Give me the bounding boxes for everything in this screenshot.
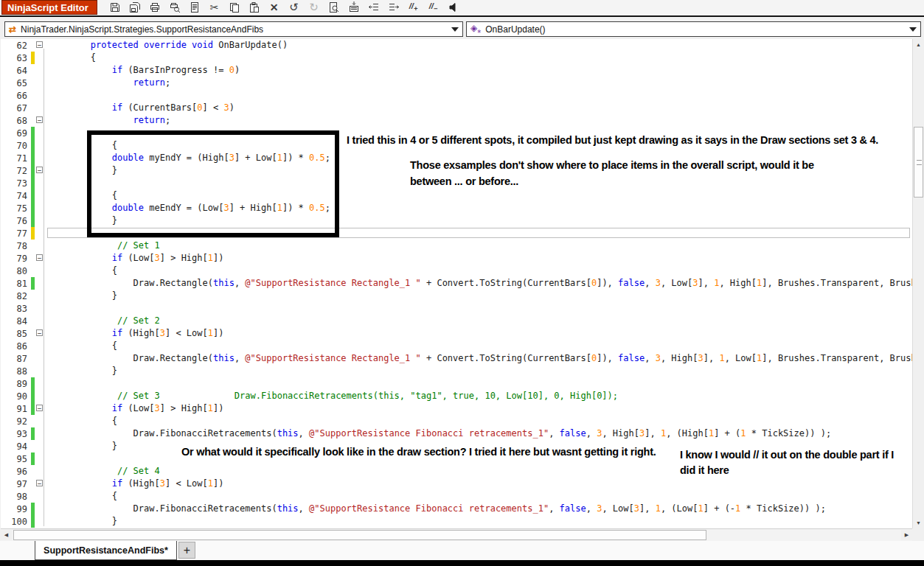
fold-collapse-marker[interactable] — [35, 478, 45, 490]
page-setup-icon[interactable] — [184, 1, 204, 15]
code-line: 93 Draw.FibonacciRetracements(this, @"Su… — [1, 427, 912, 440]
cut-icon[interactable]: ✂ — [204, 1, 224, 15]
code-text: return; — [48, 77, 170, 89]
fold-margin — [35, 89, 45, 102]
annotation-note-4: I know I would // it out on the double p… — [680, 447, 923, 478]
fold-margin — [35, 377, 45, 390]
line-number: 93 — [1, 429, 27, 439]
code-line: 100 } — [1, 515, 912, 528]
fold-margin — [35, 352, 45, 365]
save-icon[interactable] — [105, 1, 125, 15]
indent-icon[interactable] — [383, 1, 403, 15]
scroll-right-button[interactable]: ▶ — [901, 530, 912, 540]
undo-icon[interactable]: ↺ — [284, 1, 304, 15]
horizontal-scrollbar-thumb[interactable] — [13, 530, 706, 540]
line-number: 91 — [1, 404, 27, 414]
code-line: 62 protected override void OnBarUpdate() — [1, 39, 912, 52]
code-line: 88 } — [1, 365, 912, 377]
fold-margin — [35, 302, 45, 315]
line-number: 72 — [1, 166, 27, 176]
mute-icon[interactable] — [443, 1, 463, 15]
fold-margin — [35, 214, 45, 227]
code-line: 99 Draw.FibonacciRetracements(this, @"Su… — [1, 503, 912, 515]
fold-margin — [35, 189, 45, 202]
line-number: 99 — [1, 504, 27, 514]
method-dropdown[interactable]: ◈⁎ OnBarUpdate() — [466, 21, 921, 37]
line-number: 78 — [1, 241, 27, 251]
chevron-down-icon[interactable] — [451, 27, 459, 32]
fold-margin — [35, 503, 45, 515]
code-text: { — [48, 415, 117, 427]
code-text: // Set 3 Draw.FibonacciRetracements(this… — [48, 390, 618, 402]
annotation-rectangle — [87, 130, 339, 237]
line-number: 96 — [1, 467, 27, 477]
new-tab-button[interactable]: + — [178, 542, 195, 559]
fold-collapse-marker[interactable] — [35, 402, 45, 415]
find-icon[interactable] — [324, 1, 344, 15]
line-number: 74 — [1, 191, 27, 201]
scroll-left-button[interactable]: ◀ — [1, 530, 12, 540]
uncomment-icon[interactable]: //− — [423, 1, 443, 15]
line-number: 98 — [1, 492, 27, 502]
code-text: Draw.FibonacciRetracements(this, @"Suppo… — [48, 503, 826, 515]
line-number: 83 — [1, 304, 27, 314]
chevron-down-icon[interactable] — [909, 27, 917, 32]
ninjascript-editor-window: NinjaScript Editor ✂✕↺↻//+//− ⇄ NinjaTra… — [0, 0, 924, 566]
code-line: 90 // Set 3 Draw.FibonacciRetracements(t… — [1, 390, 912, 402]
annotation-note-2: Those exsamples don't show where to plac… — [410, 157, 860, 189]
fold-margin — [35, 52, 45, 64]
code-text: if (Low[3] > High[1]) — [48, 252, 223, 265]
code-line: 98 { — [1, 490, 912, 503]
window-title: NinjaScript Editor — [1, 0, 97, 15]
title-bar: NinjaScript Editor ✂✕↺↻//+//− — [0, 0, 924, 17]
code-line: 67 if (CurrentBars[0] < 3) — [1, 102, 912, 114]
fold-collapse-marker[interactable] — [35, 327, 45, 340]
code-line: 89 — [1, 377, 912, 390]
fold-margin — [35, 340, 45, 352]
code-line: 78 // Set 1 — [1, 240, 912, 252]
outdent-icon[interactable] — [364, 1, 383, 15]
code-text: return; — [48, 114, 170, 127]
line-number: 100 — [1, 517, 27, 527]
fold-margin — [35, 315, 45, 327]
code-line: 85 if (High[3] < Low[1]) — [1, 327, 912, 340]
scrollbar-corner — [912, 528, 923, 541]
print-icon[interactable] — [145, 1, 164, 15]
fold-margin — [35, 390, 45, 402]
compile-icon[interactable] — [344, 1, 364, 15]
comment-icon[interactable]: //+ — [403, 1, 423, 15]
horizontal-scrollbar[interactable]: ◀ ▶ — [1, 528, 912, 541]
save-all-icon[interactable] — [125, 1, 145, 15]
window-bottom-edge — [0, 560, 924, 566]
code-line: 66 — [1, 89, 912, 102]
method-dropdown-value: OnBarUpdate() — [485, 24, 545, 35]
line-number: 73 — [1, 178, 27, 189]
class-dropdown[interactable]: ⇄ NinjaTrader.NinjaScript.Strategies.Sup… — [4, 21, 463, 37]
scroll-down-button[interactable]: ▼ — [913, 517, 924, 528]
fold-collapse-marker[interactable] — [35, 39, 45, 52]
scroll-up-button[interactable]: ▲ — [913, 39, 924, 50]
copy-icon[interactable] — [224, 1, 244, 15]
fold-collapse-marker[interactable] — [35, 252, 45, 265]
line-number: 66 — [1, 91, 27, 101]
fold-collapse-marker[interactable] — [35, 114, 45, 127]
code-line: 83 — [1, 302, 912, 315]
code-line: 97 if (High[3] < Low[1]) — [1, 478, 912, 490]
paste-icon[interactable] — [244, 1, 264, 15]
code-text: if (High[3] < Low[1]) — [48, 327, 223, 340]
code-text: { — [48, 490, 117, 503]
redo-icon[interactable]: ↻ — [304, 1, 324, 15]
method-icon: ◈⁎ — [470, 23, 481, 35]
fold-margin — [35, 240, 45, 252]
line-number: 80 — [1, 266, 27, 276]
print-preview-icon[interactable] — [164, 1, 184, 15]
code-line: 84 // Set 2 — [1, 315, 912, 327]
delete-icon[interactable]: ✕ — [264, 1, 284, 15]
tab-supportresistanceandfibs[interactable]: SupportResistanceAndFibs* — [35, 541, 177, 560]
code-text: Draw.Rectangle(this, @"SupportResistance… — [48, 277, 912, 290]
code-text: // Set 4 — [48, 465, 160, 478]
line-number: 86 — [1, 341, 27, 352]
code-line: 81 Draw.Rectangle(this, @"SupportResista… — [1, 277, 912, 290]
fold-margin — [35, 427, 45, 440]
fold-collapse-marker[interactable] — [35, 164, 45, 177]
